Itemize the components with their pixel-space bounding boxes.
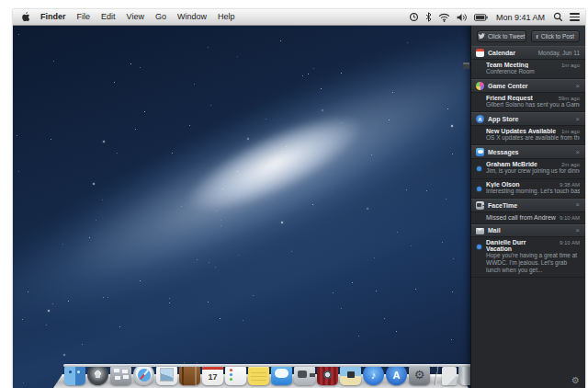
section-header-game-center[interactable]: Game Center ×: [471, 79, 585, 93]
itunes-note-glyph: ♪: [363, 364, 384, 385]
close-icon[interactable]: ×: [575, 83, 580, 90]
unread-dot: [477, 245, 481, 249]
notification-time: 9:10 AM: [556, 215, 580, 221]
iphoto-icon[interactable]: [340, 364, 361, 385]
settings-gear-icon[interactable]: ⚙: [571, 376, 580, 385]
notification-body: Gilbert Solano has sent you a Game Cent.…: [486, 101, 580, 108]
notification-title: New Updates Available: [486, 128, 556, 134]
close-icon[interactable]: ×: [575, 149, 580, 156]
contacts-icon[interactable]: [179, 364, 200, 385]
dock: 17 ♪ A ⚙: [53, 357, 469, 388]
menu-status-area: Mon 9:41 AM: [409, 11, 585, 23]
section-header-mail[interactable]: Mail ×: [471, 224, 585, 237]
dock-divider: [434, 365, 437, 385]
section-title: Mail: [488, 227, 501, 234]
section-title: FaceTime: [488, 202, 517, 209]
menu-item-go[interactable]: Go: [150, 9, 172, 25]
notification-time: 9:38 AM: [556, 182, 580, 188]
mission-control-icon[interactable]: [110, 364, 131, 385]
notification-center-icon[interactable]: [570, 11, 580, 23]
mail-subject: Vacation: [486, 245, 580, 252]
facetime-icon: [476, 201, 484, 210]
spotlight-icon[interactable]: [553, 12, 563, 22]
close-icon[interactable]: ×: [575, 227, 580, 234]
app-store-a-glyph: A: [386, 364, 407, 385]
notification-title: Kyle Olson: [486, 181, 520, 188]
safari-icon[interactable]: [133, 364, 154, 385]
calendar-icon: [476, 49, 484, 57]
volume-icon[interactable]: [457, 13, 468, 22]
messages-app-icon[interactable]: [271, 364, 292, 385]
event-icon: [463, 63, 469, 69]
section-header-messages[interactable]: Messages ×: [471, 145, 585, 159]
section-title: Messages: [488, 149, 518, 155]
launchpad-icon[interactable]: [87, 364, 108, 385]
bluetooth-icon[interactable]: [425, 12, 432, 22]
photo-booth-icon[interactable]: [317, 364, 338, 385]
notification-message-2[interactable]: Kyle Olson 9:38 AM Interesting morning. …: [471, 179, 585, 199]
section-header-facetime[interactable]: FaceTime ×: [471, 199, 585, 212]
section-title: Game Center: [488, 83, 528, 89]
notification-team-meeting[interactable]: Team Meeting 1m ago Conference Room: [471, 60, 585, 79]
itunes-icon[interactable]: ♪: [363, 364, 384, 385]
facetime-app-icon[interactable]: [294, 364, 315, 385]
finder-icon[interactable]: [64, 364, 85, 385]
game-center-icon: [476, 82, 484, 90]
menu-item-view[interactable]: View: [121, 9, 150, 25]
menu-item-help[interactable]: Help: [212, 9, 241, 25]
notification-mail[interactable]: Danielle Durr 9:10 AM Vacation Hope you'…: [471, 237, 585, 278]
facebook-icon: f: [537, 33, 538, 40]
section-header-calendar[interactable]: Calendar Monday, Jun 11: [471, 46, 585, 60]
close-icon[interactable]: ×: [575, 201, 580, 209]
menu-bar: Finder File Edit View Go Window Help Mon…: [13, 9, 585, 26]
section-title: App Store: [488, 116, 518, 122]
notification-message-1[interactable]: Graham McBride 2m ago Jim, is your crew …: [471, 159, 585, 178]
calendar-day-number: 17: [202, 369, 223, 385]
notification-body: Hope you're having a great time at WWDC.…: [486, 252, 580, 274]
post-button[interactable]: f Click to Post: [531, 30, 581, 42]
notification-body: Conference Room: [486, 68, 580, 75]
twitter-icon: [478, 33, 485, 40]
tweet-button-label: Click to Tweet: [488, 33, 525, 40]
system-preferences-icon[interactable]: ⚙: [409, 364, 430, 385]
notification-time: 1m ago: [558, 63, 580, 68]
section-header-app-store[interactable]: A App Store ×: [471, 112, 585, 126]
menu-clock[interactable]: Mon 9:41 AM: [494, 13, 547, 22]
notification-title: Missed call from Andrew Erpelding: [486, 214, 556, 221]
gear-icon: ⚙: [409, 364, 430, 385]
mail-app-icon[interactable]: [156, 364, 177, 385]
reminders-icon[interactable]: [225, 364, 246, 385]
notes-icon[interactable]: [248, 364, 269, 385]
tweet-button[interactable]: Click to Tweet: [477, 30, 526, 42]
notification-center-panel: Click to Tweet f Click to Post Calendar …: [470, 26, 585, 388]
notification-friend-request[interactable]: Friend Request 59m ago Gilbert Solano ha…: [471, 93, 585, 112]
calendar-date: Monday, Jun 11: [538, 50, 580, 56]
wifi-icon[interactable]: [438, 13, 450, 22]
mail-icon: [476, 228, 484, 234]
downloads-stack-icon[interactable]: [442, 367, 457, 385]
calendar-app-icon[interactable]: 17: [202, 364, 223, 385]
apple-menu-icon[interactable]: [21, 12, 29, 22]
battery-icon[interactable]: [474, 14, 488, 21]
mac-screen: Finder File Edit View Go Window Help Mon…: [13, 9, 585, 388]
menu-item-edit[interactable]: Edit: [96, 9, 121, 25]
notification-body: OS X updates are available from the App.…: [486, 134, 580, 142]
notification-title: Team Meeting: [486, 62, 528, 68]
app-store-icon: A: [476, 115, 484, 123]
section-title: Calendar: [488, 50, 515, 56]
post-button-label: Click to Post: [541, 33, 574, 40]
notification-missed-call[interactable]: Missed call from Andrew Erpelding 9:10 A…: [471, 212, 585, 224]
notification-updates[interactable]: New Updates Available 1m ago OS X update…: [471, 126, 585, 145]
notification-title: Danielle Durr: [486, 239, 526, 245]
notification-title: Graham McBride: [486, 161, 537, 167]
notification-title: Friend Request: [486, 95, 533, 101]
notification-body: Interesting morning. Let's touch base la…: [486, 188, 580, 195]
menu-item-finder[interactable]: Finder: [35, 9, 72, 25]
time-machine-icon[interactable]: [409, 12, 419, 22]
menu-item-window[interactable]: Window: [172, 9, 212, 25]
menu-item-file[interactable]: File: [72, 9, 96, 25]
close-icon[interactable]: ×: [575, 116, 580, 123]
notification-time: 9:10 AM: [556, 240, 580, 245]
messages-icon: [476, 148, 484, 156]
app-store-app-icon[interactable]: A: [386, 364, 407, 385]
